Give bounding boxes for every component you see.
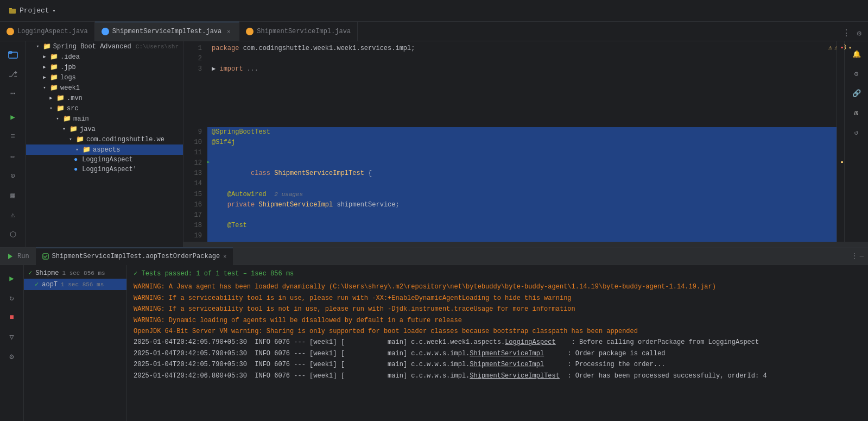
tab-close-icon[interactable]: ✕ xyxy=(225,28,232,35)
console-output[interactable]: ✓ Tests passed: 1 of 1 test – 1sec 856 m… xyxy=(127,265,868,421)
warning-expand-icon[interactable]: ▾ xyxy=(848,45,852,51)
tree-logs[interactable]: ▶ 📁 logs xyxy=(26,72,183,83)
run-rerun-btn[interactable]: ↻ xyxy=(3,289,21,306)
run-settings-btn[interactable]: ⚙ xyxy=(3,348,21,365)
project-sidebar-btn[interactable] xyxy=(4,46,22,63)
expand-arrow-icon: ▶ xyxy=(48,95,54,102)
tree-idea[interactable]: ▶ 📁 .idea xyxy=(26,52,183,62)
run-filter-btn[interactable]: ▽ xyxy=(3,328,21,345)
more-sidebar-btn[interactable]: ⋯ xyxy=(4,85,22,102)
tree-aspects[interactable]: ▾ 📁 aspects xyxy=(26,144,183,155)
expand-arrow-icon: ▶ xyxy=(41,64,48,71)
play-sidebar-btn[interactable]: ⊙ xyxy=(4,167,22,184)
terminal-sidebar-btn[interactable]: ⬡ xyxy=(4,225,22,243)
layers-sidebar-btn[interactable]: ≡ xyxy=(4,128,22,145)
tree-com[interactable]: ▾ 📁 com.codingshuttle.we xyxy=(26,134,183,144)
run-stop-btn[interactable]: ■ xyxy=(3,309,21,326)
tree-item-label: java xyxy=(80,125,96,133)
left-sidebar-icons: ⎇ ⋯ ▶ ≡ ✏ ⊙ ▦ ⚠ ⬡ xyxy=(0,41,26,247)
tree-item-label: src xyxy=(67,105,79,112)
tree-week1[interactable]: ▾ 📁 week1 xyxy=(26,83,183,93)
aspects-folder-icon: 📁 xyxy=(83,146,91,154)
code-editor[interactable]: ⚠ ⚠ 3 ▾ 1 2 3 9 10 11 12 13 14 1 xyxy=(183,41,868,242)
code-line-blank4 xyxy=(207,106,837,116)
tree-mvn[interactable]: ▶ 📁 .mvn xyxy=(26,93,183,103)
folder-icon: 📁 xyxy=(50,63,58,71)
console-line-warn-4: WARNING: Dynamic loading of agents will … xyxy=(134,315,861,326)
tree-item-label: LoggingAspect' xyxy=(82,166,137,173)
dropdown-arrow-icon: ▾ xyxy=(53,8,56,14)
tree-jpb[interactable]: ▶ 📁 .jpb xyxy=(26,62,183,72)
tree-src[interactable]: ▾ 📁 src xyxy=(26,103,183,114)
test-method-item[interactable]: ✓ aopT 1 sec 856 ms xyxy=(24,279,126,290)
test-suite-time: 1 sec 856 ms xyxy=(62,270,105,277)
edit-sidebar-btn[interactable]: ✏ xyxy=(4,147,22,165)
sync-btn[interactable]: ↺ xyxy=(848,124,865,141)
tree-main[interactable]: ▾ 📁 main xyxy=(26,114,183,124)
editor-area: ⚠ ⚠ 3 ▾ 1 2 3 9 10 11 12 13 14 1 xyxy=(183,41,868,247)
tree-java[interactable]: ▾ 📁 java xyxy=(26,124,183,134)
horizontal-scrollbar[interactable] xyxy=(183,242,868,247)
gutter-run-icon[interactable]: ▶ xyxy=(207,158,210,167)
tab-logging-aspect[interactable]: LoggingAspect.java xyxy=(0,22,95,41)
pass-text: Tests passed: 1 of 1 test – 1sec 856 ms xyxy=(141,270,294,278)
run-tab-label: ShipmentServiceImplTest.aopTestOrderPack… xyxy=(52,253,220,260)
m-btn[interactable]: m xyxy=(848,104,865,122)
tree-logging-aspect[interactable]: ● LoggingAspect xyxy=(26,155,183,165)
java-file-icon xyxy=(102,28,109,35)
line-numbers: 1 2 3 9 10 11 12 13 14 15 16 17 18 19 xyxy=(183,41,207,242)
code-line-3: ▶ import ... xyxy=(207,64,837,74)
code-line-17: ▶ void aopTestOrderPackage() { xyxy=(207,231,837,242)
svg-marker-4 xyxy=(8,254,12,259)
expand-arrow-icon: ▾ xyxy=(67,136,74,143)
java-file-icon xyxy=(246,28,254,35)
run-panel: Run ShipmentServiceImplTest.aopTestOrder… xyxy=(0,247,868,421)
test-suite-item[interactable]: ✓ Shipme 1 sec 856 ms xyxy=(24,267,126,279)
expand-arrow-icon: ▶ xyxy=(41,54,48,60)
run-tab-close-icon[interactable]: ✕ xyxy=(223,253,226,260)
code-line-14: private ShipmentServiceImpl shipmentServ… xyxy=(207,200,837,210)
run-tab-test[interactable]: ShipmentServiceImplTest.aopTestOrderPack… xyxy=(36,248,233,265)
warning-marker xyxy=(841,161,843,163)
folder-icon: 📁 xyxy=(50,73,58,81)
expand-arrow-icon: ▾ xyxy=(74,147,80,153)
project-folder-icon xyxy=(9,7,16,15)
alert-sidebar-btn[interactable]: ⚠ xyxy=(4,206,22,223)
test-method-time: 1 sec 856 ms xyxy=(61,281,104,288)
git-sidebar-btn[interactable]: ⎇ xyxy=(4,65,22,83)
run-tab-label[interactable]: Run xyxy=(0,248,36,265)
run-sidebar-btn[interactable]: ▶ xyxy=(4,108,22,125)
db-sidebar-btn[interactable]: ▦ xyxy=(4,186,22,204)
code-line-9: @SpringBootTest xyxy=(207,127,837,137)
editor-scrollbar[interactable] xyxy=(837,41,844,242)
console-line-info-3: 2025-01-04T20:42:05.790+05:30 INFO 6076 … xyxy=(134,359,861,370)
more-actions-icon[interactable]: ⋮ xyxy=(840,26,853,41)
code-line-12 xyxy=(207,179,837,189)
code-line-blank1 xyxy=(207,75,837,85)
test-suite-label: Shipme xyxy=(35,269,59,277)
run-minimize-icon[interactable]: — xyxy=(860,253,864,260)
run-label: Run xyxy=(17,253,29,260)
tree-item-label: .idea xyxy=(60,53,80,61)
tree-item-label: .jpb xyxy=(60,64,76,71)
tree-aspects-label: aspects xyxy=(93,146,120,154)
settings-btn[interactable]: ⚙ xyxy=(848,65,865,83)
project-dropdown[interactable]: Project ▾ xyxy=(4,4,60,17)
run-play-btn[interactable]: ▶ xyxy=(3,269,21,287)
bookmark-btn[interactable]: 🔗 xyxy=(848,85,865,102)
tab-shipment-impl[interactable]: ShipmentServiceImpl.java xyxy=(239,22,358,41)
run-panel-actions: ⋮ — xyxy=(847,252,868,260)
expand-arrow-icon: ▾ xyxy=(61,126,67,133)
java-file-icon: ● xyxy=(74,156,78,164)
tab-shipment-test[interactable]: ShipmentServiceImplTest.java ✕ xyxy=(95,22,240,41)
run-more-icon[interactable]: ⋮ xyxy=(851,252,858,260)
run-panel-tabs: Run ShipmentServiceImplTest.aopTestOrder… xyxy=(0,248,868,265)
folder-icon: 📁 xyxy=(50,84,58,92)
settings-icon[interactable]: ⚙ xyxy=(855,27,864,40)
tree-logging-aspect-t[interactable]: ● LoggingAspect' xyxy=(26,165,183,174)
code-line-13: @Autowired 2 usages xyxy=(207,190,837,200)
tree-root[interactable]: ▾ 📁 Spring Boot Advanced C:\Users\shr xyxy=(26,41,183,52)
folder-icon: 📁 xyxy=(63,115,71,123)
code-line-1: package com.codingshuttle.week1.week1.se… xyxy=(207,43,837,54)
expand-arrow-icon: ▾ xyxy=(35,43,41,50)
